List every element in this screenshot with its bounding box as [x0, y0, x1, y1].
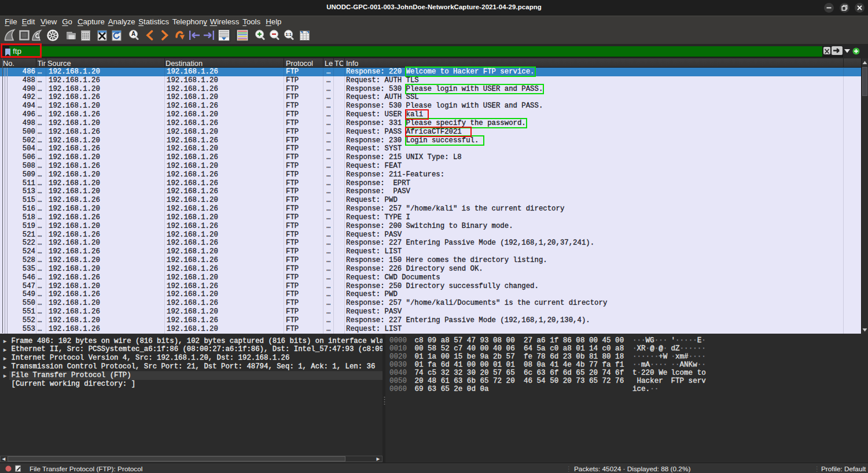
svg-text:A: A [131, 31, 135, 37]
svg-text:1:1: 1:1 [285, 32, 291, 36]
